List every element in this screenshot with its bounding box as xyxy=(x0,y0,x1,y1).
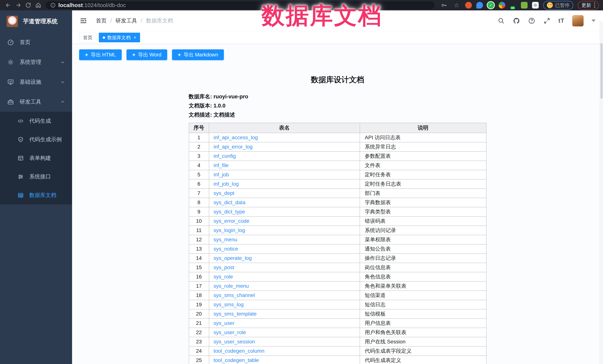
table-name-link[interactable]: sys_login_log xyxy=(214,227,245,233)
devtools-submenu: 代码生成 代码生成示例 表单构建 系统接口 xyxy=(0,112,72,205)
breadcrumb-devtools[interactable]: 研发工具 xyxy=(116,17,137,24)
browser-forward-icon[interactable] xyxy=(14,1,22,9)
extension-icon-2[interactable] xyxy=(476,2,483,9)
table-name-link[interactable]: sys_post xyxy=(214,265,234,270)
table-name-link[interactable]: sys_menu xyxy=(214,237,237,243)
tag-db-doc[interactable]: 数据库文档 × xyxy=(99,33,140,42)
table-name-link[interactable]: inf_api_error_log xyxy=(214,144,253,150)
github-icon[interactable] xyxy=(513,17,520,24)
sidebar-item-api[interactable]: 系统接口 xyxy=(0,167,72,186)
sidebar-item-devtools[interactable]: 研发工具 xyxy=(0,92,72,112)
sidebar-item-codegen-demo[interactable]: 代码生成示例 xyxy=(0,130,72,149)
extension-icon-1[interactable] xyxy=(465,2,472,9)
extensions-puzzle-icon[interactable]: ⚙ xyxy=(532,2,539,9)
plus-icon: + xyxy=(85,52,88,57)
scrollbar-thumb[interactable] xyxy=(600,43,603,99)
tag-home[interactable]: 首页 xyxy=(79,33,96,42)
browser-refresh-icon[interactable] xyxy=(24,1,32,9)
browser-menu-icon[interactable] xyxy=(594,3,595,8)
table-description: 系统异常日志 xyxy=(360,142,486,152)
table-name-link[interactable]: sys_user_role xyxy=(214,330,246,335)
table-name-link[interactable]: sys_operate_log xyxy=(214,255,252,261)
form-icon xyxy=(17,155,24,161)
address-bar[interactable]: localhost:1024/tool/db-doc xyxy=(46,1,435,9)
table-name-link[interactable]: tool_codegen_table xyxy=(214,357,259,363)
sidebar-item-infrastructure[interactable]: 基础设施 xyxy=(0,72,72,92)
extension-icon-3[interactable]: ✓ xyxy=(487,2,494,9)
table-name-link[interactable]: sys_dict_type xyxy=(214,209,245,215)
browser-home-icon[interactable] xyxy=(34,1,42,9)
table-name-link[interactable]: sys_sms_log xyxy=(214,302,244,307)
table-description: 代码生成表字段定义 xyxy=(360,346,486,356)
extension-icon-5[interactable]: on xyxy=(510,2,516,9)
url-path: :1024/tool/db-doc xyxy=(83,2,126,8)
table-description: 岗位信息表 xyxy=(360,263,486,272)
table-description: 操作日志记录 xyxy=(360,254,486,263)
sidebar-item-label: 首页 xyxy=(20,39,30,46)
sidebar: 芋道管理系统 首页 系统管理 基础设施 xyxy=(0,11,72,364)
page-content: + 导出 HTML + 导出 Word + 导出 Markdown 数据库设计文… xyxy=(72,44,603,364)
table-name-link[interactable]: sys_user_session xyxy=(214,339,255,344)
table-name-link[interactable]: tool_codegen_column xyxy=(214,348,265,354)
table-name-link[interactable]: sys_role_menu xyxy=(214,283,249,289)
search-icon[interactable] xyxy=(498,17,505,24)
user-menu-caret-icon[interactable] xyxy=(591,20,596,22)
font-size-icon[interactable]: tT xyxy=(558,17,564,24)
table-name-link[interactable]: inf_job xyxy=(214,172,229,177)
password-key-icon[interactable] xyxy=(440,1,448,9)
sidebar-item-system[interactable]: 系统管理 xyxy=(0,52,72,72)
tables-index-table: 序号 表名 说明 1 inf_api_access_log API 访问日志表 … xyxy=(189,123,487,364)
table-description: 角色和菜单关联表 xyxy=(360,281,486,291)
export-toolbar: + 导出 HTML + 导出 Word + 导出 Markdown xyxy=(79,49,603,60)
table-name-link[interactable]: inf_job_log xyxy=(214,181,239,187)
site-info-icon[interactable] xyxy=(50,2,56,8)
sidebar-item-codegen[interactable]: 代码生成 xyxy=(0,112,72,130)
sidebar-item-home[interactable]: 首页 xyxy=(0,32,72,52)
row-index: 22 xyxy=(189,328,209,337)
breadcrumb-home[interactable]: 首页 xyxy=(96,17,107,24)
extension-icon-6[interactable] xyxy=(521,2,528,9)
sidebar-item-db-doc[interactable]: 数据库文档 xyxy=(0,186,72,205)
bookmark-star-icon[interactable]: ☆ xyxy=(452,1,461,9)
table-row: 6 inf_job_log 定时任务日志表 xyxy=(189,179,486,188)
user-avatar[interactable] xyxy=(572,15,584,27)
export-markdown-button[interactable]: + 导出 Markdown xyxy=(172,49,224,60)
extension-icon-4[interactable] xyxy=(499,2,505,9)
table-name-link[interactable]: sys_notice xyxy=(214,246,238,252)
document-meta: 数据库名:ruoyi-vue-pro 文档版本:1.0.0 文档描述:文档描述 xyxy=(189,93,487,119)
app-title: 芋道管理系统 xyxy=(23,17,58,25)
table-name-link[interactable]: sys_user xyxy=(214,320,234,326)
collapse-sidebar-icon[interactable] xyxy=(80,17,87,25)
row-index: 10 xyxy=(189,216,209,226)
browser-update-button[interactable]: 更新 xyxy=(578,1,599,10)
table-row: 23 sys_user_session 用户在线 Session xyxy=(189,337,486,346)
row-index: 11 xyxy=(189,226,209,235)
table-name-link[interactable]: sys_sms_channel xyxy=(214,292,255,298)
app-logo[interactable]: 芋道管理系统 xyxy=(0,11,72,32)
help-icon[interactable] xyxy=(528,17,535,24)
fullscreen-icon[interactable] xyxy=(543,17,551,24)
page-scrollbar[interactable] xyxy=(600,21,603,364)
browser-back-icon[interactable] xyxy=(4,1,12,9)
sidebar-item-form-builder[interactable]: 表单构建 xyxy=(0,149,72,167)
table-row: 1 inf_api_access_log API 访问日志表 xyxy=(189,133,486,142)
table-name-link[interactable]: sys_dept xyxy=(214,190,234,196)
row-index: 7 xyxy=(189,188,209,198)
table-name-link[interactable]: inf_api_access_log xyxy=(214,134,258,140)
row-index: 23 xyxy=(189,337,209,346)
table-name-link[interactable]: inf_config xyxy=(214,153,236,159)
database-document: 数据库设计文档 数据库名:ruoyi-vue-pro 文档版本:1.0.0 文档… xyxy=(189,75,487,364)
table-name-link[interactable]: sys_dict_data xyxy=(214,199,245,205)
row-index: 14 xyxy=(189,254,209,263)
table-name-link[interactable]: inf_file xyxy=(214,162,229,168)
table-row: 17 sys_role_menu 角色和菜单关联表 xyxy=(189,281,486,291)
table-name-link[interactable]: sys_sms_template xyxy=(214,311,257,317)
table-name-link[interactable]: sys_error_code xyxy=(214,218,249,224)
export-word-button[interactable]: + 导出 Word xyxy=(127,49,167,60)
close-tag-icon[interactable]: × xyxy=(134,35,136,40)
export-html-button[interactable]: + 导出 HTML xyxy=(79,49,122,60)
table-name-link[interactable]: sys_role xyxy=(214,274,233,280)
table-description: 定时任务表 xyxy=(360,170,486,179)
row-index: 2 xyxy=(189,142,209,152)
paused-extension-chip[interactable]: 已暂停 xyxy=(543,1,573,10)
